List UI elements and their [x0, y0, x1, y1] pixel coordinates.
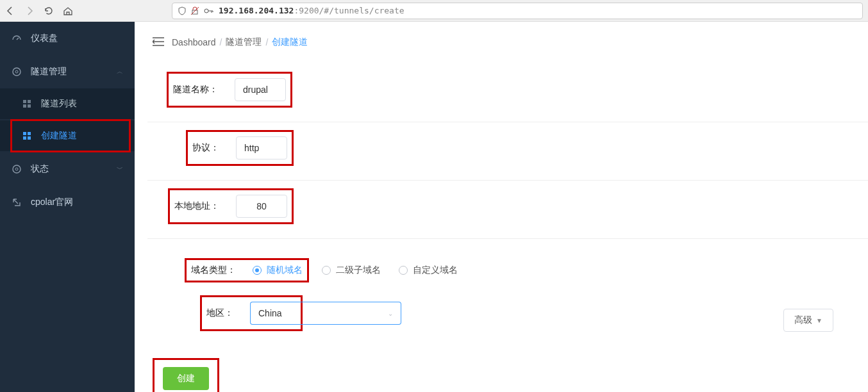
back-icon[interactable]: [5, 6, 15, 16]
create-button[interactable]: 创建: [163, 367, 209, 390]
radio-subdomain[interactable]: 二级子域名: [322, 265, 381, 276]
caret-down-icon: ▼: [816, 317, 822, 324]
forward-icon[interactable]: [24, 6, 35, 16]
label-protocol: 协议：: [192, 142, 228, 154]
separator: /: [265, 37, 268, 47]
browser-toolbar: 192.168.204.132:9200/#/tunnels/create: [0, 0, 868, 22]
radio-icon: [322, 266, 331, 275]
sidebar-label: cpolar官网: [31, 197, 73, 208]
chevron-up-icon: ︿: [117, 67, 123, 76]
sidebar-label: 隧道管理: [31, 66, 67, 78]
svg-rect-4: [23, 100, 26, 103]
radio-icon: [253, 266, 262, 275]
svg-point-13: [15, 168, 18, 170]
url-text: 192.168.204.132:9200/#/tunnels/create: [219, 6, 405, 15]
sidebar-item-create-tunnel[interactable]: 创建隧道: [0, 120, 135, 151]
key-icon: [203, 6, 213, 15]
sidebar-item-cpolar[interactable]: cpolar官网: [0, 186, 135, 219]
home-icon[interactable]: [63, 6, 73, 16]
external-link-icon: [12, 197, 22, 208]
input-local-addr[interactable]: 80: [236, 195, 287, 218]
chevron-down-icon: ﹀: [117, 165, 123, 174]
svg-rect-5: [28, 100, 31, 103]
sidebar-label: 创建隧道: [41, 130, 77, 142]
lock-strike-icon: [190, 6, 199, 15]
label-tunnel-name: 隧道名称：: [173, 84, 227, 95]
svg-point-12: [13, 165, 21, 173]
crumb-tunnel-mgmt[interactable]: 隧道管理: [226, 37, 262, 48]
gauge-icon: [12, 33, 22, 44]
reload-icon[interactable]: [44, 6, 54, 16]
svg-rect-8: [23, 132, 26, 135]
sidebar-label: 隧道列表: [41, 98, 77, 110]
row-domain-type: 域名类型： 随机域名 二级子域名 自定义域名: [186, 259, 850, 281]
value-tunnel-name: drupal: [243, 85, 268, 95]
app-shell: 仪表盘 隧道管理 ︿ 隧道列表 创建隧道 状态 ﹀ cpolar官网: [0, 22, 868, 392]
sidebar-item-tunnel-mgmt[interactable]: 隧道管理 ︿: [0, 55, 135, 88]
label-domain-type: 域名类型：: [191, 265, 245, 276]
advanced-label: 高级: [794, 314, 812, 326]
url-bar[interactable]: 192.168.204.132:9200/#/tunnels/create: [172, 3, 863, 19]
chevron-down-icon: ⌄: [372, 145, 378, 152]
radio-custom-domain[interactable]: 自定义域名: [399, 265, 458, 276]
grid-icon: [22, 131, 32, 141]
radio-icon: [399, 266, 408, 275]
svg-point-1: [204, 9, 208, 13]
radio-random-domain[interactable]: 随机域名: [253, 265, 303, 276]
svg-point-3: [15, 70, 18, 73]
chevron-down-icon: ⌄: [388, 310, 393, 317]
radio-label: 随机域名: [267, 265, 303, 276]
input-tunnel-name[interactable]: drupal: [235, 78, 286, 101]
advanced-button[interactable]: 高级 ▼: [783, 309, 833, 332]
svg-rect-7: [28, 104, 31, 108]
svg-rect-10: [23, 136, 26, 140]
value-protocol-box: http: [236, 136, 287, 159]
svg-rect-9: [28, 132, 31, 135]
sidebar-item-tunnel-list[interactable]: 隧道列表: [0, 88, 135, 119]
value-local-addr: 80: [256, 201, 267, 211]
sidebar-label: 状态: [31, 163, 49, 175]
row-local-addr: 本地地址： 80: [169, 190, 850, 223]
crumb-dashboard[interactable]: Dashboard: [172, 37, 216, 47]
value-protocol: http: [244, 143, 259, 153]
breadcrumb-row: Dashboard / 隧道管理 / 创建隧道: [153, 29, 850, 55]
breadcrumb: Dashboard / 隧道管理 / 创建隧道: [172, 37, 308, 48]
sidebar: 仪表盘 隧道管理 ︿ 隧道列表 创建隧道 状态 ﹀ cpolar官网: [0, 22, 135, 392]
nav-controls: [5, 6, 73, 16]
url-security-icons: [178, 6, 213, 15]
row-tunnel-name: 隧道名称： drupal: [168, 73, 850, 106]
sidebar-item-dashboard[interactable]: 仪表盘: [0, 22, 135, 55]
value-region: China: [258, 308, 282, 318]
circle-icon: [12, 164, 22, 174]
grid-icon: [22, 99, 32, 109]
row-protocol: 协议： http ⌄: [187, 131, 850, 165]
shield-icon: [178, 6, 187, 15]
create-label: 创建: [177, 373, 195, 383]
sidebar-item-status[interactable]: 状态 ﹀: [0, 152, 135, 186]
main-panel: Dashboard / 隧道管理 / 创建隧道 隧道名称： drupal 协议：…: [135, 22, 868, 392]
svg-rect-11: [28, 136, 31, 140]
label-local-addr: 本地地址：: [174, 200, 228, 212]
radio-label: 二级子域名: [336, 265, 381, 276]
circle-icon: [12, 67, 22, 77]
select-region[interactable]: ⌄: [299, 302, 401, 325]
crumb-create: 创建隧道: [272, 37, 308, 48]
sidebar-label: 仪表盘: [31, 33, 58, 44]
row-region: 地区： China ⌄: [201, 297, 850, 330]
radio-label: 自定义域名: [413, 265, 458, 276]
label-region: 地区：: [206, 307, 242, 319]
svg-point-2: [13, 68, 21, 76]
menu-toggle-icon[interactable]: [153, 37, 164, 48]
select-region-hlpart: China: [250, 302, 301, 325]
separator: /: [220, 37, 222, 47]
svg-rect-6: [23, 104, 26, 108]
